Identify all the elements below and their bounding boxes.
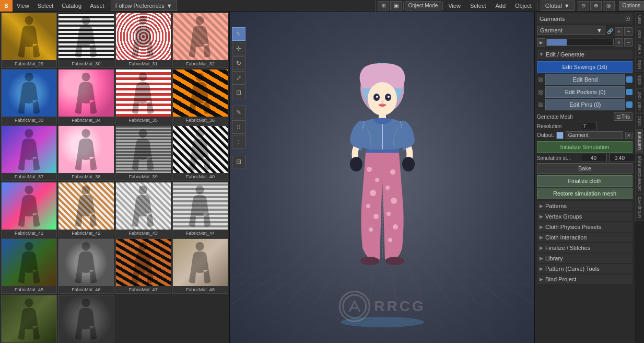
initialize-simulation-btn[interactable]: Initialize Simulation [537, 141, 633, 153]
asset-item[interactable]: FabricMat_43 [115, 182, 171, 237]
edit-pockets-btn[interactable]: Edit Pockets (0) [545, 86, 625, 98]
tab-screencast[interactable]: Screencast Keys [635, 153, 643, 194]
transform-tool-btn[interactable]: ⊡ [232, 86, 245, 99]
move-tool-btn[interactable]: ✛ [232, 42, 245, 55]
edit-bend-row: ⛓ Edit Bend [537, 74, 633, 85]
mesh-type-dropdown[interactable]: ⊡ Tris [614, 112, 633, 121]
resolution-input[interactable] [581, 122, 596, 130]
menu-catalog[interactable]: Catalog [57, 0, 86, 12]
asset-item[interactable]: FabricMat_36 [172, 69, 228, 124]
output-row: Output: Garment ✕ [537, 131, 633, 139]
asset-item[interactable]: FabricMat_50 [58, 295, 114, 343]
garments-header[interactable]: Garments ⊡ [537, 14, 633, 24]
tab-tools[interactable]: Tools [635, 73, 643, 89]
output-color-swatch[interactable] [556, 132, 564, 139]
asset-item[interactable]: FabricMat_44 [172, 182, 228, 237]
transform-icon[interactable]: ⊕ [590, 1, 602, 10]
svg-point-22 [390, 169, 395, 175]
svg-point-31 [343, 295, 366, 318]
finalize-stitches-header[interactable]: ▶ Finalize / Stitches [537, 243, 633, 253]
link-icon[interactable]: 🔗 [606, 28, 614, 35]
garment-dropdown[interactable]: Garment ▼ [537, 26, 605, 35]
garments-title: Garments [540, 16, 565, 22]
play-btn[interactable]: ▶ [537, 38, 545, 47]
viewport-object[interactable]: Object [511, 0, 536, 12]
asset-item[interactable]: FabricMat_35 [115, 69, 171, 124]
object-mode-btn[interactable]: Object Mode [405, 1, 442, 10]
bind-project-header[interactable]: ▶ Bind Project [537, 275, 633, 284]
asset-item[interactable]: FabricMat_40 [172, 125, 228, 181]
edit-generate-section[interactable]: ▼ Edit / Generate [537, 50, 633, 59]
tab-tool[interactable]: Tool [635, 28, 643, 42]
options-btn[interactable]: Options [619, 1, 644, 10]
tab-mira[interactable]: Mira [635, 58, 643, 72]
asset-item[interactable]: FabricMat_29 [1, 13, 57, 68]
asset-item[interactable]: FabricMat_41 [1, 182, 57, 237]
asset-item[interactable]: FabricMat_33 [1, 69, 57, 124]
sim-steps-input[interactable] [581, 154, 607, 162]
asset-item[interactable]: FabricMat_39 [115, 125, 171, 181]
asset-item[interactable]: FabricMat_38 [58, 125, 114, 181]
viewport-icon-1[interactable]: ⊞ [378, 1, 389, 10]
finalize-cloth-btn[interactable]: Finalize cloth [537, 175, 633, 187]
remove-garment-btn[interactable]: − [624, 27, 633, 36]
bake-btn[interactable]: Bake [537, 163, 633, 174]
patterns-header[interactable]: ▶ Patterns [537, 201, 633, 211]
asset-item[interactable]: FabricMat_49 [1, 295, 57, 343]
tab-group-pro[interactable]: Group Pro [635, 194, 643, 221]
global-dropdown[interactable]: Global ▼ [541, 1, 575, 11]
svg-point-18 [370, 190, 376, 196]
tab-misc[interactable]: Misc [635, 113, 643, 129]
select-tool-btn[interactable]: ↖ [232, 27, 245, 41]
mesh-type-label: Tris [622, 114, 630, 120]
restore-sim-mesh-btn[interactable]: Restore simulation mesh [537, 188, 633, 199]
follow-preferences-dropdown[interactable]: Follow Preferences ▼ [111, 1, 177, 11]
menu-view[interactable]: View [13, 0, 33, 12]
annotate-tool-btn[interactable]: ✎ [232, 106, 245, 119]
edit-sewings-btn[interactable]: Edit Sewings (16) [537, 61, 633, 73]
viewport-icon-2[interactable]: ▣ [390, 1, 402, 10]
asset-item[interactable]: FabricMat_37 [1, 125, 57, 181]
remove-row-btn[interactable]: − [624, 38, 633, 47]
asset-item[interactable]: FabricMat_32 [172, 13, 228, 68]
tab-item[interactable]: Item [635, 13, 643, 27]
tab-hair-tool[interactable]: Hair Tool [635, 89, 643, 113]
asset-item[interactable]: FabricMat_42 [58, 182, 114, 237]
asset-label: FabricMat_34 [58, 117, 113, 124]
edit-bend-btn[interactable]: Edit Bend [545, 74, 625, 85]
camera-tool-btn[interactable]: ⊟ [232, 155, 245, 168]
asset-item[interactable]: FabricMat_47 [115, 238, 171, 294]
cloth-physics-header[interactable]: ▶ Cloth Physics Presets [537, 222, 633, 232]
menu-select-left[interactable]: Select [33, 0, 58, 12]
asset-item[interactable]: FabricMat_45 [1, 238, 57, 294]
pins-indicator [626, 101, 633, 108]
viewport-add[interactable]: Add [491, 0, 510, 12]
svg-point-17 [375, 178, 379, 182]
edit-pins-btn[interactable]: Edit Pins (0) [545, 99, 625, 110]
rotate-tool-btn[interactable]: ↻ [232, 56, 245, 70]
cloth-interaction-header[interactable]: ▶ Cloth interaction [537, 233, 633, 242]
tab-garment[interactable]: Garment [635, 129, 643, 153]
library-header[interactable]: ▶ Library [537, 254, 633, 263]
measure-tool-btn[interactable]: ↕ [232, 135, 245, 148]
add-garment-btn[interactable]: + [615, 27, 623, 36]
pattern-curve-header[interactable]: ▶ Pattern (Curve) Tools [537, 264, 633, 273]
output-close-btn[interactable]: ✕ [625, 132, 633, 139]
viewport-select[interactable]: Select [466, 0, 490, 12]
sim-value2-input[interactable] [609, 154, 635, 162]
viewport-view[interactable]: View [444, 0, 465, 12]
asset-item[interactable]: FabricMat_31 [115, 13, 171, 68]
asset-item[interactable]: FabricMat_34 [58, 69, 114, 124]
scale-tool-btn[interactable]: ⤢ [232, 71, 245, 85]
brush-tool-btn[interactable]: ⁝⁝ [232, 120, 245, 134]
menu-asset[interactable]: Asset [86, 0, 109, 12]
asset-item[interactable]: FabricMat_30 [58, 13, 114, 68]
vertex-groups-header[interactable]: ▶ Vertex Groups [537, 212, 633, 221]
add-row-btn[interactable]: + [615, 38, 623, 47]
asset-item[interactable]: FabricMat_46 [58, 238, 114, 294]
tab-view[interactable]: View [635, 42, 643, 57]
svg-point-20 [373, 214, 379, 219]
asset-item[interactable]: FabricMat_48 [172, 238, 228, 294]
snap-icon[interactable]: ⊙ [578, 1, 589, 10]
pivot-icon[interactable]: ◎ [603, 1, 615, 10]
